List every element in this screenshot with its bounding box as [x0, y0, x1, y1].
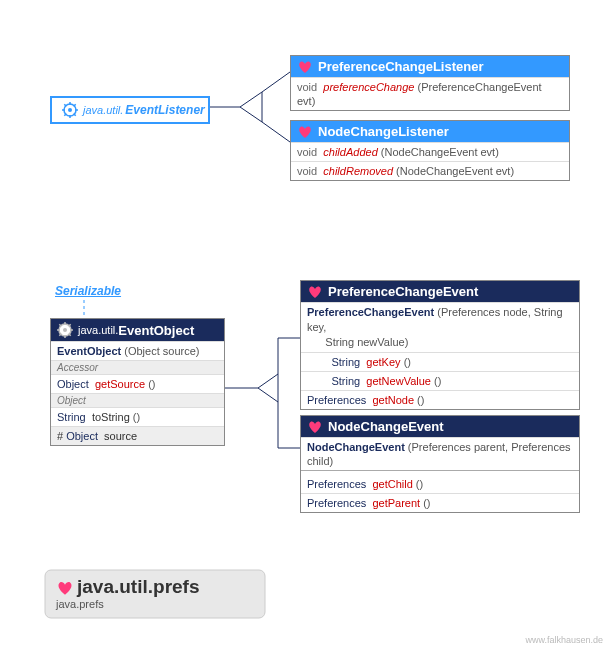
gear-icon [57, 322, 73, 338]
class-name: EventObject [118, 323, 194, 338]
box-header: NodeChangeEvent [301, 416, 579, 437]
method-row: Preferences getNode () [301, 390, 579, 409]
svg-point-23 [63, 328, 67, 332]
heart-icon [307, 420, 323, 434]
method-row: void preferenceChange (PreferenceChangeE… [291, 77, 569, 110]
method-row: Preferences getParent () [301, 493, 579, 512]
section-label: Object [51, 393, 224, 407]
title: NodeChangeEvent [328, 419, 444, 434]
method-row: String toString () [51, 407, 224, 426]
svg-marker-1 [240, 92, 262, 122]
field-row: # Object source [51, 426, 224, 445]
constructor-row: EventObject (Object source) [51, 341, 224, 360]
heart-icon [297, 60, 313, 74]
box-header: NodeChangeListener [291, 121, 569, 142]
interface-eventlistener: java.util.EventListener [50, 96, 210, 124]
credit-text: www.falkhausen.de [525, 635, 603, 645]
svg-point-13 [68, 108, 72, 112]
svg-marker-6 [258, 374, 278, 402]
method-row: void childRemoved (NodeChangeEvent evt) [291, 161, 569, 180]
method-row: Preferences getChild () [301, 470, 579, 493]
svg-line-2 [262, 72, 290, 92]
class-preferencechangeevent: PreferenceChangeEvent PreferenceChangeEv… [300, 280, 580, 410]
method-row: String getKey () [301, 352, 579, 371]
interface-preferencechangelistener: PreferenceChangeListener void preference… [290, 55, 570, 111]
constructor-row: PreferenceChangeEvent (Preferences node,… [301, 302, 579, 352]
interface-nodechangelistener: NodeChangeListener void childAdded (Node… [290, 120, 570, 181]
package-prefix: java.util. [78, 324, 118, 336]
interface-name: EventListener [125, 103, 204, 117]
package-title: java.util.prefs [77, 576, 200, 598]
package-box: java.util.prefs java.prefs [56, 576, 200, 610]
interface-serializable-label: Serializable [55, 284, 121, 298]
title: PreferenceChangeEvent [328, 284, 478, 299]
method-row: void childAdded (NodeChangeEvent evt) [291, 142, 569, 161]
heart-icon [297, 125, 313, 139]
class-eventobject: java.util.EventObject EventObject (Objec… [50, 318, 225, 446]
box-header: PreferenceChangeListener [291, 56, 569, 77]
constructor-row: NodeChangeEvent (Preferences parent, Pre… [301, 437, 579, 470]
title: PreferenceChangeListener [318, 59, 483, 74]
section-label: Accessor [51, 360, 224, 374]
gear-icon [62, 102, 78, 118]
method-row: Object getSource () [51, 374, 224, 393]
heart-icon [56, 580, 72, 594]
method-row: String getNewValue () [301, 371, 579, 390]
svg-line-3 [262, 122, 290, 142]
package-prefix: java.util. [83, 104, 123, 116]
package-subtitle: java.prefs [56, 598, 200, 610]
box-header: java.util.EventObject [51, 319, 224, 341]
title: NodeChangeListener [318, 124, 449, 139]
class-nodechangeevent: NodeChangeEvent NodeChangeEvent (Prefere… [300, 415, 580, 513]
box-header: PreferenceChangeEvent [301, 281, 579, 302]
heart-icon [307, 285, 323, 299]
